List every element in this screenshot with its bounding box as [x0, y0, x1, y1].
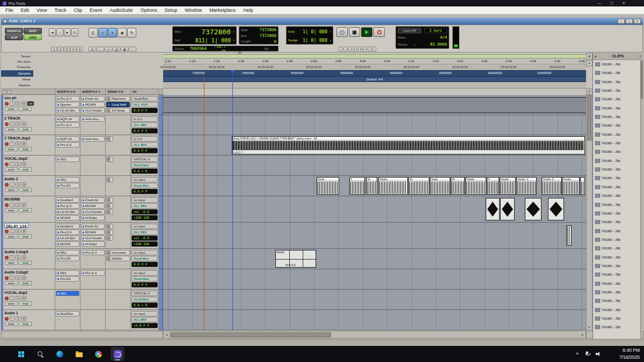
mute-button[interactable]: M: [21, 296, 26, 300]
solo-button[interactable]: S: [16, 203, 20, 207]
zoom-preset-2[interactable]: 2: [57, 47, 63, 51]
zoom-out-icon[interactable]: ◄: [49, 28, 56, 36]
mute-button[interactable]: M: [21, 162, 26, 166]
insert-ns1[interactable]: NS1: [56, 291, 79, 296]
zoom-in-icon[interactable]: ►: [64, 28, 71, 36]
edit-canvas[interactable]: (free) STEVE LACY + FRANK OCEAN TYPE BEA…: [163, 95, 586, 330]
io-input-path[interactable]: no input: [131, 270, 158, 276]
tempo-label[interactable]: Tempo: [398, 43, 412, 46]
clips-list-item[interactable]: Vocals - Jas: [593, 165, 640, 174]
track-header-vox-ph[interactable]: vox phISMvolwaveread: [1, 95, 55, 115]
send-slot-d[interactable]: d: [106, 209, 113, 215]
input-monitor-button[interactable]: I: [10, 203, 14, 207]
zoom-preset-4[interactable]: 4: [70, 47, 76, 51]
io-output-path[interactable]: ALL VOX: [131, 102, 158, 107]
io-output-path[interactable]: Vocal Bus: [131, 276, 158, 282]
insert-eqp-1a[interactable]: EQP-1A: [56, 116, 79, 122]
insert-doubler2[interactable]: Doubler2: [56, 197, 79, 203]
insert-pro-ds[interactable]: Pro-DS: [56, 256, 79, 261]
microphone-icon[interactable]: [584, 351, 590, 357]
solo-button[interactable]: S: [16, 101, 20, 106]
track-view-selector[interactable]: wave: [5, 127, 18, 131]
ruler-label-samples[interactable]: Samples: [1, 70, 33, 77]
clip-vox-ph-region[interactable]: [163, 97, 586, 113]
tempo-change-marker[interactable]: ♩ 82: [233, 50, 242, 54]
mute-button[interactable]: M: [21, 122, 26, 126]
send-1-4-delay[interactable]: c1/4 Delay: [106, 108, 130, 113]
edit-option-button-4[interactable]: ▤: [113, 47, 120, 51]
insert-la-2a-slvr[interactable]: LA-2A Slvr: [56, 108, 79, 113]
clips-list-item[interactable]: Vocals - Jas: [593, 253, 640, 262]
track-name[interactable]: 2 TRACK: [4, 116, 54, 121]
ruler-label-meter[interactable]: Meter: [1, 77, 33, 82]
track-header-reverb[interactable]: REVERBISMwaveread: [1, 196, 55, 223]
main-counter-menu-icon[interactable]: ▾: [231, 30, 235, 33]
clips-scrollbar[interactable]: [640, 60, 643, 339]
go-to-start-button[interactable]: |◄: [339, 47, 347, 51]
sub-counter-menu-icon[interactable]: ▾: [231, 39, 235, 42]
insert-studirck[interactable]: StudiRck: [56, 311, 79, 316]
shuffle-mode-button[interactable]: SHUFFLE: [5, 28, 23, 34]
record-enable-button[interactable]: [5, 162, 9, 166]
send-slot-b[interactable]: b: [106, 157, 113, 162]
track-name[interactable]: vox ph: [4, 95, 54, 100]
send-slot-d[interactable]: d: [106, 235, 113, 241]
nudge-menu-icon[interactable]: ▾: [327, 39, 331, 42]
clip-vocal[interactable]: Vo: [366, 177, 377, 195]
send-slot-b[interactable]: b: [106, 224, 113, 229]
menu-file[interactable]: File: [2, 8, 17, 13]
samples-ruler[interactable]: [163, 70, 586, 77]
clips-list-item[interactable]: Vocals - Jas: [593, 147, 640, 156]
track-view-selector[interactable]: wave: [5, 107, 18, 111]
search-button[interactable]: [33, 347, 47, 361]
clips-menu-icon[interactable]: ≡: [639, 55, 641, 58]
clips-list-item[interactable]: Vocals - Jas: [593, 95, 640, 104]
edit-window-titlebar[interactable]: Edit: OXES 2 — ▢ ✕: [1, 18, 643, 25]
io-output-path[interactable]: Vocal Bus: [131, 297, 158, 302]
clip-vocal[interactable]: Vocals: [378, 177, 408, 195]
insert-mc404[interactable]: MC404: [56, 241, 79, 247]
tempo-value[interactable]: 82.0000: [418, 42, 447, 47]
insert-mc404[interactable]: MC404: [81, 102, 105, 107]
io-volume[interactable]: 0.0 P P: [131, 108, 158, 113]
clips-list-item[interactable]: Vocals - Jas: [593, 121, 640, 130]
taskbar-clock[interactable]: 6:40 PM 7/16/2025: [619, 347, 640, 361]
io-input-path[interactable]: Vocal Bus: [131, 96, 158, 101]
clip-reverb[interactable]: [525, 198, 541, 220]
nudge-label[interactable]: Nudge: [288, 39, 302, 42]
edit-restore-button[interactable]: ▢: [626, 19, 633, 24]
send-plateverb[interactable]: aPlateVerb: [106, 96, 130, 101]
solo-button[interactable]: S: [16, 162, 20, 166]
clip-vocal[interactable]: Vocals -2: [541, 177, 562, 195]
horizontal-scrollbar[interactable]: ◄ ►: [163, 331, 586, 338]
tracklist-view-icon[interactable]: [8, 90, 11, 94]
clips-list-item[interactable]: Vocals - Jas: [593, 183, 640, 191]
track-view-selector[interactable]: wave: [5, 261, 18, 265]
menu-options[interactable]: Options: [137, 8, 161, 13]
clip-vocal[interactable]: Vo: [408, 177, 429, 195]
insert-mc404[interactable]: MC404: [81, 230, 105, 235]
playhead-marker[interactable]: [231, 70, 235, 73]
close-button[interactable]: ✕: [622, 0, 625, 6]
input-monitor-button[interactable]: I: [10, 182, 14, 187]
solo-button[interactable]: S: [16, 229, 20, 233]
io-input-path[interactable]: no input: [131, 250, 158, 255]
vertical-scroll-thumb[interactable]: [587, 94, 591, 141]
menu-event[interactable]: Event: [86, 8, 106, 13]
insert-pro-q-4[interactable]: Pro-Q 4: [56, 142, 79, 147]
meter-value[interactable]: 4/4: [412, 35, 447, 40]
io-input-path[interactable]: In 1-2: [131, 116, 158, 122]
minimize-button[interactable]: —: [598, 0, 602, 6]
clip-reverb[interactable]: [548, 198, 564, 220]
mute-button[interactable]: M: [21, 229, 26, 233]
vertical-scrollbar[interactable]: ▲ ▼: [586, 88, 592, 330]
clips-list-item[interactable]: Vocals - Jas: [593, 157, 640, 165]
tracklist-menu-icon[interactable]: [3, 90, 6, 94]
insert-h-delay[interactable]: H-Delay: [81, 215, 105, 220]
nudge-value[interactable]: 1| 0| 000: [302, 38, 327, 43]
mute-button[interactable]: M: [21, 203, 26, 207]
input-monitor-button[interactable]: I: [10, 229, 14, 233]
start-value[interactable]: 7372800: [255, 27, 276, 32]
scroll-left-icon[interactable]: ◄: [164, 331, 169, 338]
minsecs-ruler[interactable]: [163, 59, 586, 64]
